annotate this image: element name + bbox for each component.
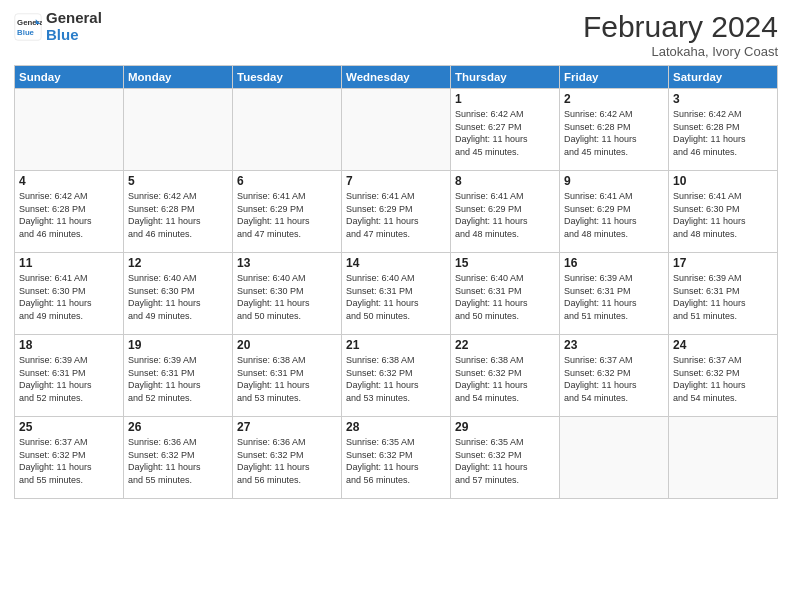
day-cell: 28Sunrise: 6:35 AM Sunset: 6:32 PM Dayli… bbox=[342, 417, 451, 499]
day-cell: 19Sunrise: 6:39 AM Sunset: 6:31 PM Dayli… bbox=[124, 335, 233, 417]
day-number: 15 bbox=[455, 256, 555, 270]
day-cell: 7Sunrise: 6:41 AM Sunset: 6:29 PM Daylig… bbox=[342, 171, 451, 253]
weekday-header-thursday: Thursday bbox=[451, 66, 560, 89]
calendar-page: General Blue General Blue February 2024 … bbox=[0, 0, 792, 612]
weekday-header-tuesday: Tuesday bbox=[233, 66, 342, 89]
weekday-header-friday: Friday bbox=[560, 66, 669, 89]
day-info: Sunrise: 6:40 AM Sunset: 6:30 PM Dayligh… bbox=[128, 272, 228, 322]
day-info: Sunrise: 6:39 AM Sunset: 6:31 PM Dayligh… bbox=[564, 272, 664, 322]
day-cell bbox=[15, 89, 124, 171]
day-info: Sunrise: 6:42 AM Sunset: 6:28 PM Dayligh… bbox=[128, 190, 228, 240]
day-cell: 2Sunrise: 6:42 AM Sunset: 6:28 PM Daylig… bbox=[560, 89, 669, 171]
day-number: 21 bbox=[346, 338, 446, 352]
logo-icon: General Blue bbox=[14, 13, 42, 41]
header: General Blue General Blue February 2024 … bbox=[14, 10, 778, 59]
day-cell: 27Sunrise: 6:36 AM Sunset: 6:32 PM Dayli… bbox=[233, 417, 342, 499]
day-cell: 10Sunrise: 6:41 AM Sunset: 6:30 PM Dayli… bbox=[669, 171, 778, 253]
day-cell: 14Sunrise: 6:40 AM Sunset: 6:31 PM Dayli… bbox=[342, 253, 451, 335]
day-info: Sunrise: 6:42 AM Sunset: 6:28 PM Dayligh… bbox=[564, 108, 664, 158]
day-number: 25 bbox=[19, 420, 119, 434]
day-number: 8 bbox=[455, 174, 555, 188]
day-info: Sunrise: 6:38 AM Sunset: 6:32 PM Dayligh… bbox=[455, 354, 555, 404]
day-number: 29 bbox=[455, 420, 555, 434]
day-cell: 21Sunrise: 6:38 AM Sunset: 6:32 PM Dayli… bbox=[342, 335, 451, 417]
day-info: Sunrise: 6:39 AM Sunset: 6:31 PM Dayligh… bbox=[128, 354, 228, 404]
day-info: Sunrise: 6:37 AM Sunset: 6:32 PM Dayligh… bbox=[673, 354, 773, 404]
day-number: 11 bbox=[19, 256, 119, 270]
day-info: Sunrise: 6:40 AM Sunset: 6:31 PM Dayligh… bbox=[455, 272, 555, 322]
calendar-body: 1Sunrise: 6:42 AM Sunset: 6:27 PM Daylig… bbox=[15, 89, 778, 499]
day-cell: 16Sunrise: 6:39 AM Sunset: 6:31 PM Dayli… bbox=[560, 253, 669, 335]
day-cell: 8Sunrise: 6:41 AM Sunset: 6:29 PM Daylig… bbox=[451, 171, 560, 253]
day-number: 2 bbox=[564, 92, 664, 106]
day-cell: 3Sunrise: 6:42 AM Sunset: 6:28 PM Daylig… bbox=[669, 89, 778, 171]
day-info: Sunrise: 6:40 AM Sunset: 6:31 PM Dayligh… bbox=[346, 272, 446, 322]
day-cell: 5Sunrise: 6:42 AM Sunset: 6:28 PM Daylig… bbox=[124, 171, 233, 253]
day-cell: 6Sunrise: 6:41 AM Sunset: 6:29 PM Daylig… bbox=[233, 171, 342, 253]
day-number: 23 bbox=[564, 338, 664, 352]
day-number: 17 bbox=[673, 256, 773, 270]
day-number: 10 bbox=[673, 174, 773, 188]
day-info: Sunrise: 6:35 AM Sunset: 6:32 PM Dayligh… bbox=[346, 436, 446, 486]
logo: General Blue General Blue bbox=[14, 10, 102, 43]
day-cell: 29Sunrise: 6:35 AM Sunset: 6:32 PM Dayli… bbox=[451, 417, 560, 499]
day-info: Sunrise: 6:40 AM Sunset: 6:30 PM Dayligh… bbox=[237, 272, 337, 322]
day-number: 24 bbox=[673, 338, 773, 352]
day-cell bbox=[342, 89, 451, 171]
day-info: Sunrise: 6:42 AM Sunset: 6:28 PM Dayligh… bbox=[673, 108, 773, 158]
weekday-header-monday: Monday bbox=[124, 66, 233, 89]
day-number: 13 bbox=[237, 256, 337, 270]
day-cell: 13Sunrise: 6:40 AM Sunset: 6:30 PM Dayli… bbox=[233, 253, 342, 335]
week-row-3: 11Sunrise: 6:41 AM Sunset: 6:30 PM Dayli… bbox=[15, 253, 778, 335]
day-number: 12 bbox=[128, 256, 228, 270]
day-info: Sunrise: 6:35 AM Sunset: 6:32 PM Dayligh… bbox=[455, 436, 555, 486]
day-number: 16 bbox=[564, 256, 664, 270]
day-info: Sunrise: 6:41 AM Sunset: 6:29 PM Dayligh… bbox=[346, 190, 446, 240]
day-number: 19 bbox=[128, 338, 228, 352]
day-cell: 26Sunrise: 6:36 AM Sunset: 6:32 PM Dayli… bbox=[124, 417, 233, 499]
week-row-1: 1Sunrise: 6:42 AM Sunset: 6:27 PM Daylig… bbox=[15, 89, 778, 171]
day-cell bbox=[669, 417, 778, 499]
day-number: 26 bbox=[128, 420, 228, 434]
day-info: Sunrise: 6:41 AM Sunset: 6:29 PM Dayligh… bbox=[564, 190, 664, 240]
day-cell bbox=[560, 417, 669, 499]
day-cell bbox=[233, 89, 342, 171]
week-row-5: 25Sunrise: 6:37 AM Sunset: 6:32 PM Dayli… bbox=[15, 417, 778, 499]
day-cell: 1Sunrise: 6:42 AM Sunset: 6:27 PM Daylig… bbox=[451, 89, 560, 171]
weekday-header-sunday: Sunday bbox=[15, 66, 124, 89]
day-info: Sunrise: 6:41 AM Sunset: 6:29 PM Dayligh… bbox=[237, 190, 337, 240]
day-info: Sunrise: 6:41 AM Sunset: 6:30 PM Dayligh… bbox=[673, 190, 773, 240]
weekday-header-saturday: Saturday bbox=[669, 66, 778, 89]
day-info: Sunrise: 6:38 AM Sunset: 6:31 PM Dayligh… bbox=[237, 354, 337, 404]
day-info: Sunrise: 6:37 AM Sunset: 6:32 PM Dayligh… bbox=[19, 436, 119, 486]
day-info: Sunrise: 6:42 AM Sunset: 6:27 PM Dayligh… bbox=[455, 108, 555, 158]
weekday-header-wednesday: Wednesday bbox=[342, 66, 451, 89]
day-cell: 22Sunrise: 6:38 AM Sunset: 6:32 PM Dayli… bbox=[451, 335, 560, 417]
day-info: Sunrise: 6:37 AM Sunset: 6:32 PM Dayligh… bbox=[564, 354, 664, 404]
day-info: Sunrise: 6:36 AM Sunset: 6:32 PM Dayligh… bbox=[237, 436, 337, 486]
day-number: 5 bbox=[128, 174, 228, 188]
day-number: 18 bbox=[19, 338, 119, 352]
day-info: Sunrise: 6:36 AM Sunset: 6:32 PM Dayligh… bbox=[128, 436, 228, 486]
day-cell: 24Sunrise: 6:37 AM Sunset: 6:32 PM Dayli… bbox=[669, 335, 778, 417]
day-cell: 25Sunrise: 6:37 AM Sunset: 6:32 PM Dayli… bbox=[15, 417, 124, 499]
day-number: 3 bbox=[673, 92, 773, 106]
day-cell: 20Sunrise: 6:38 AM Sunset: 6:31 PM Dayli… bbox=[233, 335, 342, 417]
day-info: Sunrise: 6:38 AM Sunset: 6:32 PM Dayligh… bbox=[346, 354, 446, 404]
day-number: 6 bbox=[237, 174, 337, 188]
day-cell: 11Sunrise: 6:41 AM Sunset: 6:30 PM Dayli… bbox=[15, 253, 124, 335]
week-row-2: 4Sunrise: 6:42 AM Sunset: 6:28 PM Daylig… bbox=[15, 171, 778, 253]
day-info: Sunrise: 6:41 AM Sunset: 6:29 PM Dayligh… bbox=[455, 190, 555, 240]
day-number: 9 bbox=[564, 174, 664, 188]
subtitle: Latokaha, Ivory Coast bbox=[583, 44, 778, 59]
svg-text:Blue: Blue bbox=[17, 27, 35, 36]
day-number: 27 bbox=[237, 420, 337, 434]
day-cell: 9Sunrise: 6:41 AM Sunset: 6:29 PM Daylig… bbox=[560, 171, 669, 253]
month-title: February 2024 bbox=[583, 10, 778, 44]
day-info: Sunrise: 6:39 AM Sunset: 6:31 PM Dayligh… bbox=[673, 272, 773, 322]
day-number: 7 bbox=[346, 174, 446, 188]
day-number: 4 bbox=[19, 174, 119, 188]
day-cell: 4Sunrise: 6:42 AM Sunset: 6:28 PM Daylig… bbox=[15, 171, 124, 253]
calendar-table: SundayMondayTuesdayWednesdayThursdayFrid… bbox=[14, 65, 778, 499]
day-cell: 18Sunrise: 6:39 AM Sunset: 6:31 PM Dayli… bbox=[15, 335, 124, 417]
